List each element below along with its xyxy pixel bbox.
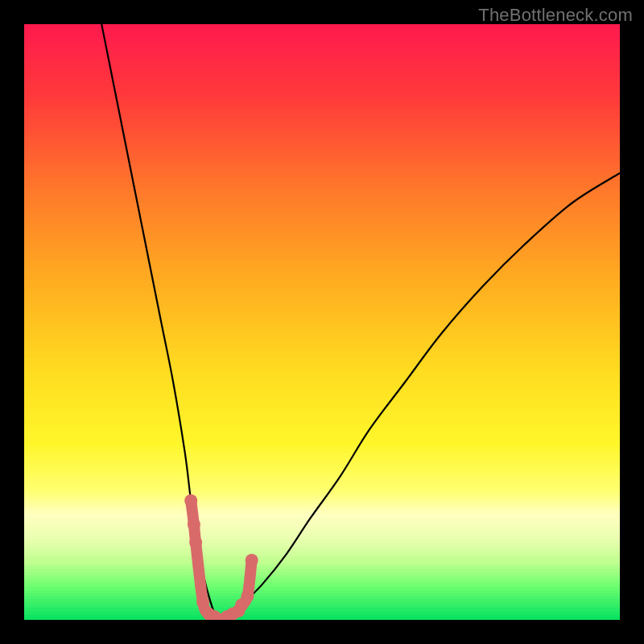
- plot-area: [24, 24, 620, 620]
- marker-point: [242, 589, 254, 602]
- marker-point: [196, 596, 209, 609]
- series-bottleneck-curve-right: [221, 173, 620, 620]
- marker-point: [188, 518, 200, 531]
- marker-point: [184, 494, 197, 507]
- series-bottleneck-curve-left: [101, 24, 221, 620]
- chart-frame: TheBottleneck.com: [0, 0, 644, 644]
- watermark-text: TheBottleneck.com: [478, 5, 633, 26]
- marker-point: [246, 554, 258, 567]
- curves-layer: [24, 24, 620, 620]
- marker-point: [189, 536, 202, 549]
